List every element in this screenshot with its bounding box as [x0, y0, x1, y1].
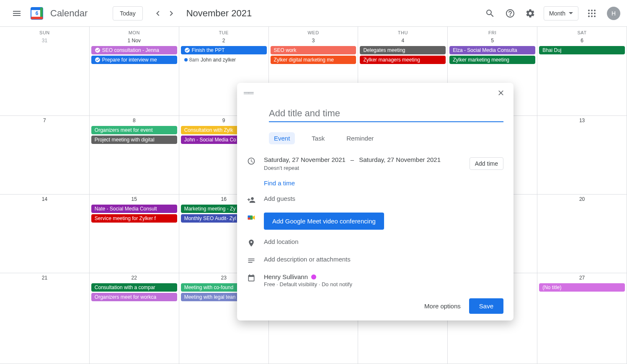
calendar-event[interactable]: Service meeting for Zylker f	[91, 214, 177, 223]
date-number: 20	[537, 195, 627, 205]
date-separator: –	[351, 156, 354, 163]
save-button[interactable]: Save	[469, 298, 503, 314]
date-number: 2	[179, 36, 268, 46]
settings-button[interactable]	[522, 5, 539, 22]
event-title: Organizers meet for event	[95, 127, 153, 133]
event-end-date[interactable]: Saturday, 27 November 2021	[359, 156, 441, 163]
tab-task[interactable]: Task	[307, 132, 330, 144]
tab-event[interactable]: Event	[269, 132, 295, 144]
day-cell[interactable]: MON1 NovSEO consultation - JennaPrepare …	[90, 27, 179, 116]
day-cell[interactable]: 20	[537, 195, 627, 273]
calendar-event[interactable]: Organizers meet for event	[91, 126, 177, 134]
event-start-date[interactable]: Saturday, 27 November 2021	[264, 156, 346, 163]
date-number: 6	[537, 36, 627, 46]
view-selector[interactable]: Month	[544, 6, 578, 21]
add-guests-field[interactable]: Add guests	[264, 195, 503, 202]
day-cell[interactable]: 7	[0, 116, 90, 195]
date-number: 31	[0, 36, 89, 46]
svg-point-12	[588, 15, 590, 17]
next-month-button[interactable]	[165, 7, 178, 20]
date-number: 5	[448, 36, 537, 46]
help-button[interactable]	[502, 5, 519, 22]
add-location-field[interactable]: Add location	[264, 238, 503, 245]
view-selector-label: Month	[549, 10, 565, 17]
svg-point-6	[588, 10, 590, 11]
weekday-header: FRI	[448, 27, 537, 36]
event-title: John - Social Media Co	[184, 137, 236, 143]
calendar-event[interactable]: Consultation with a compar	[91, 283, 177, 292]
calendar-event[interactable]: Zylker marketing meeting	[449, 56, 535, 64]
calendar-event[interactable]: Zylker managers meeting	[360, 56, 446, 64]
search-button[interactable]	[482, 5, 498, 22]
calendar-event[interactable]: 8am John and zylker	[181, 56, 267, 64]
calendar-event[interactable]: SEO consultation - Jenna	[91, 46, 177, 54]
add-meet-button[interactable]: Add Google Meet video conferencing	[264, 213, 384, 230]
day-cell[interactable]: 27(No title)	[537, 273, 627, 364]
date-number: 3	[269, 36, 358, 46]
calendar-event[interactable]: Prepare for interview me	[91, 56, 177, 64]
clock-icon	[247, 157, 255, 165]
date-number: 27	[537, 273, 627, 283]
day-cell[interactable]: 14	[0, 195, 90, 273]
calendar-event[interactable]: Organizers meet for workca	[91, 293, 177, 301]
day-cell[interactable]: SAT6Bhai Duj	[537, 27, 627, 116]
event-title: Zylker marketing meeting	[453, 57, 509, 63]
find-time-link[interactable]: Find a time	[264, 179, 295, 187]
event-title: (No title)	[542, 285, 561, 290]
account-avatar[interactable]: H	[607, 7, 620, 20]
task-check-icon	[184, 47, 190, 53]
event-create-popup: ══ Event Task Reminder Saturday, 27 Nove…	[237, 83, 513, 320]
event-title-input[interactable]	[269, 105, 503, 122]
tab-reminder[interactable]: Reminder	[341, 132, 379, 144]
calendar-event[interactable]: Zylker digital marketing me	[271, 56, 356, 64]
svg-rect-16	[248, 215, 250, 218]
meet-icon	[247, 213, 255, 222]
day-cell[interactable]: 8Organizers meet for eventProject meetin…	[90, 116, 179, 195]
calendar-event[interactable]: Bhai Duj	[539, 46, 625, 54]
apps-button[interactable]	[583, 5, 600, 22]
app-title: Calendar	[50, 8, 88, 19]
today-button[interactable]: Today	[113, 6, 142, 21]
repeat-label[interactable]: Doesn't repeat	[264, 165, 441, 171]
day-cell[interactable]: SUN31	[0, 27, 90, 116]
prev-month-button[interactable]	[151, 7, 165, 20]
event-title: Bhai Duj	[542, 47, 561, 53]
task-check-icon	[95, 57, 101, 63]
calendar-event[interactable]: SEO work	[271, 46, 356, 54]
event-title: SEO work	[274, 47, 297, 53]
calendar-event[interactable]: Project meeting with digital	[91, 136, 177, 144]
date-number: 13	[537, 116, 627, 126]
svg-point-8	[594, 10, 596, 11]
task-check-icon	[95, 47, 101, 53]
event-title: Prepare for interview me	[102, 57, 157, 63]
weekday-header: MON	[90, 27, 179, 36]
svg-point-13	[591, 15, 593, 17]
add-time-button[interactable]: Add time	[470, 157, 503, 170]
event-title: Monthly SEO Audit- Zyl	[184, 215, 236, 221]
calendar-event[interactable]: Finish the PPT	[181, 46, 267, 54]
event-title: Zylker digital marketing me	[274, 57, 334, 63]
close-button[interactable]	[493, 85, 508, 100]
event-title: Project meeting with digital	[95, 137, 155, 143]
event-color-dot	[184, 58, 188, 62]
day-cell[interactable]: 15Nate - Social Media ConsultService mee…	[90, 195, 179, 273]
add-description-field[interactable]: Add description or attachments	[264, 256, 503, 263]
main-menu-button[interactable]	[7, 3, 27, 23]
description-icon	[247, 256, 255, 265]
day-cell[interactable]: 13	[537, 116, 627, 195]
event-title: Service meeting for Zylker f	[95, 215, 156, 221]
calendar-event[interactable]: Nate - Social Media Consult	[91, 205, 177, 213]
chevron-down-icon	[569, 12, 573, 14]
drag-handle-icon[interactable]: ══	[244, 89, 253, 97]
calendar-event[interactable]: Elza - Social Media Consulta	[449, 46, 535, 54]
calendar-icon	[247, 274, 255, 282]
event-title: Marketing meeting - Zy	[184, 206, 236, 212]
calendar-event[interactable]: Delegates meeting	[360, 46, 446, 54]
day-cell[interactable]: 21	[0, 273, 90, 364]
svg-point-9	[588, 13, 590, 14]
calendar-event[interactable]: (No title)	[539, 283, 625, 292]
day-cell[interactable]: 22Consultation with a comparOrganizers m…	[90, 273, 179, 364]
date-number: 14	[0, 195, 89, 205]
more-options-button[interactable]: More options	[424, 302, 461, 310]
organizer-subtext: Free · Default visibility · Do not notif…	[264, 281, 503, 287]
